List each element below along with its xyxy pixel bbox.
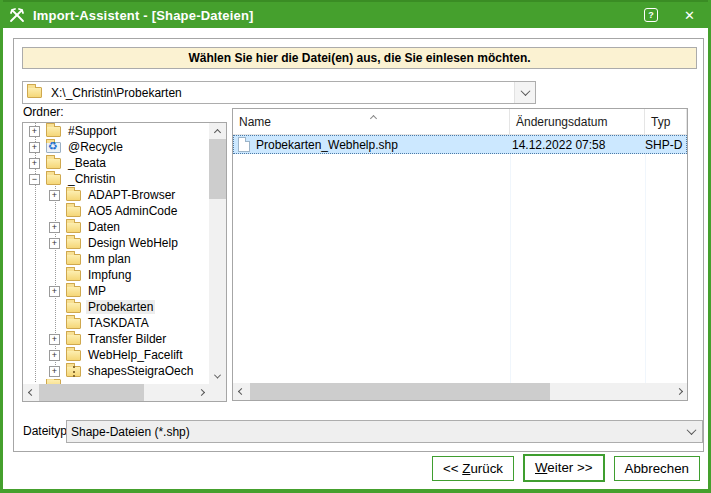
folder-tree-panel: + #Support + @Recycle + _Beata − _Christ… — [22, 122, 227, 402]
filetype-combobox[interactable]: Shape-Dateien (*.shp) — [66, 420, 703, 443]
folder-icon — [66, 366, 81, 377]
chevron-down-icon — [520, 86, 530, 96]
folder-icon — [66, 286, 81, 297]
file-rows: Probekarten_Webhelp.shp 14.12.2022 07:58… — [233, 135, 687, 154]
scroll-left-icon[interactable] — [23, 384, 39, 401]
list-horizontal-scrollbar[interactable] — [233, 383, 687, 400]
scroll-down-icon[interactable] — [209, 368, 226, 384]
file-type: SHP-D — [645, 138, 687, 152]
tree-expander-icon[interactable]: + — [29, 142, 40, 153]
folder-icon — [66, 334, 81, 345]
tree-item[interactable]: + @Recycle — [23, 139, 209, 155]
file-list-panel: Name Änderungsdatum Typ Probekarten_Webh… — [232, 108, 688, 401]
tree-item[interactable]: + MP — [23, 283, 209, 299]
tree-item[interactable]: + #Support — [23, 123, 209, 139]
cancel-button[interactable]: Abbrechen — [614, 456, 700, 481]
tree-item[interactable]: AO5 AdminCode — [23, 203, 209, 219]
column-divider — [645, 135, 646, 383]
tree-item-label: Probekarten — [86, 300, 155, 314]
column-header-date[interactable]: Änderungsdatum — [510, 109, 645, 134]
tree-horizontal-scrollbar[interactable] — [23, 384, 209, 401]
folder-tree: + #Support + @Recycle + _Beata − _Christ… — [23, 123, 209, 384]
scrollbar-corner — [209, 384, 226, 401]
chevron-down-icon — [687, 425, 697, 435]
sort-ascending-icon — [371, 110, 376, 124]
path-dropdown-button[interactable] — [514, 82, 535, 103]
filetype-dropdown-button[interactable] — [681, 421, 702, 442]
file-row[interactable]: Probekarten_Webhelp.shp 14.12.2022 07:58… — [233, 135, 687, 154]
close-icon[interactable]: ✕ — [684, 9, 695, 22]
tree-item[interactable]: + Daten — [23, 219, 209, 235]
crossed-tools-icon — [8, 7, 26, 23]
tree-item[interactable]: TASKDATA — [23, 315, 209, 331]
scrollbar-thumb[interactable] — [209, 139, 226, 199]
tree-item-label: Daten — [86, 220, 122, 234]
folder-icon — [27, 87, 42, 98]
tree-item[interactable]: Impfung — [23, 267, 209, 283]
file-name: Probekarten_Webhelp.shp — [256, 138, 398, 152]
folder-tree-label: Ordner: — [23, 105, 64, 119]
scroll-left-icon[interactable] — [233, 383, 249, 400]
tree-vertical-scrollbar[interactable] — [209, 123, 226, 384]
tree-expander-icon[interactable]: + — [49, 334, 60, 345]
folder-icon — [66, 302, 81, 313]
tree-expander-icon[interactable]: + — [49, 366, 60, 377]
tree-item-label: @Recycle — [66, 140, 125, 154]
folder-icon — [46, 174, 61, 185]
tree-item-label: Design WebHelp — [86, 236, 180, 250]
tree-item[interactable]: + WebHelp_Facelift — [23, 347, 209, 363]
tree-item[interactable]: Probekarten — [23, 299, 209, 315]
path-value: X:\_Christin\Probekarten — [47, 86, 514, 100]
back-button[interactable]: << Zurück — [432, 456, 514, 481]
tree-item[interactable]: + Transfer Bilder — [23, 331, 209, 347]
tree-item[interactable]: + ADAPT-Browser — [23, 187, 209, 203]
file-date: 14.12.2022 07:58 — [510, 138, 645, 152]
tree-item-label: _Christin — [66, 172, 117, 186]
tree-expander-icon[interactable]: − — [29, 174, 40, 185]
help-button[interactable]: ? — [644, 8, 658, 22]
window-title: Import-Assistent - [Shape-Dateien] — [33, 8, 254, 23]
content-panel: Wählen Sie hier die Datei(en) aus, die S… — [13, 38, 704, 452]
scroll-up-icon[interactable] — [209, 123, 226, 139]
instruction-banner: Wählen Sie hier die Datei(en) aus, die S… — [22, 47, 697, 69]
next-button[interactable]: Weiter >> — [523, 454, 605, 482]
scrollbar-thumb[interactable] — [250, 383, 550, 400]
tree-item-label: shapesSteigraOech — [86, 364, 195, 378]
tree-item-label: MP — [86, 284, 108, 298]
folder-icon — [66, 238, 81, 249]
button-row: << Zurück Weiter >> Abbrechen — [3, 454, 708, 482]
folder-icon — [66, 206, 81, 217]
tree-item[interactable]: + Design WebHelp — [23, 235, 209, 251]
column-header-type[interactable]: Typ — [645, 109, 687, 134]
tree-item-label: hm plan — [86, 252, 133, 266]
tree-item-label: _Beata — [66, 156, 108, 170]
folder-icon — [46, 142, 61, 153]
tree-item-label: TASKDATA — [86, 316, 151, 330]
tree-expander-icon[interactable]: + — [49, 350, 60, 361]
path-combobox[interactable]: X:\_Christin\Probekarten — [22, 81, 536, 104]
tree-expander-icon[interactable]: + — [49, 222, 60, 233]
tree-expander-icon[interactable]: + — [29, 126, 40, 137]
folder-icon — [46, 158, 61, 169]
tree-expander-icon[interactable]: + — [49, 238, 60, 249]
tree-expander-icon[interactable]: + — [29, 158, 40, 169]
tree-item-label: Transfer Bilder — [86, 332, 168, 346]
tree-item-label: Impfung — [86, 268, 133, 282]
import-wizard-dialog: Import-Assistent - [Shape-Dateien] ? ✕ W… — [0, 0, 711, 493]
folder-icon — [66, 254, 81, 265]
tree-item[interactable]: + _Beata — [23, 155, 209, 171]
scroll-right-icon[interactable] — [671, 383, 687, 400]
tree-expander-icon[interactable]: + — [49, 286, 60, 297]
tree-expander-icon[interactable]: + — [49, 190, 60, 201]
tree-item[interactable]: hm plan — [23, 251, 209, 267]
column-header-name[interactable]: Name — [233, 109, 510, 134]
titlebar: Import-Assistent - [Shape-Dateien] ? ✕ — [0, 0, 711, 28]
tree-item[interactable]: − _Christin — [23, 171, 209, 187]
folder-icon — [66, 350, 81, 361]
scroll-right-icon[interactable] — [193, 384, 209, 401]
scrollbar-thumb[interactable] — [39, 384, 144, 401]
filetype-value: Shape-Dateien (*.shp) — [67, 425, 681, 439]
tree-item-label: #Support — [66, 124, 119, 138]
tree-item[interactable]: + shapesSteigraOech — [23, 363, 209, 379]
filetype-label: Dateityp — [23, 424, 67, 438]
